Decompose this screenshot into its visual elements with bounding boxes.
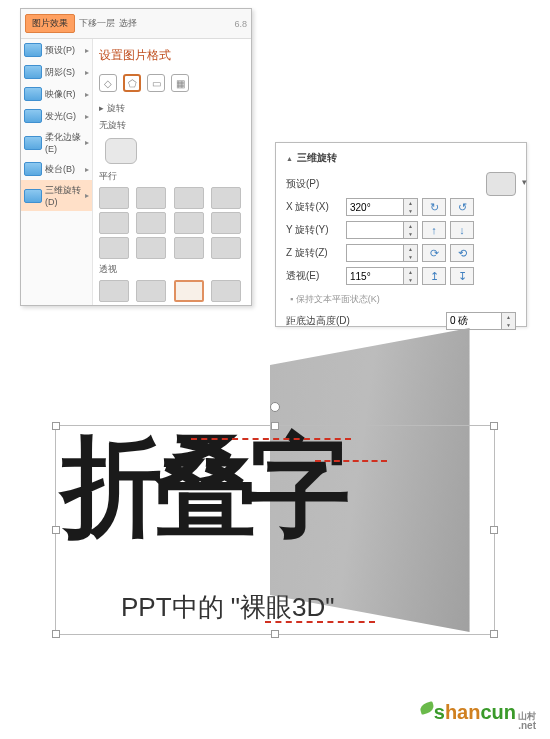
- z-rotate-cw-button[interactable]: ⟳: [422, 244, 446, 262]
- resize-handle[interactable]: [490, 422, 498, 430]
- guide-line: [265, 621, 375, 623]
- z-rotation-label: Z 旋转(Z): [286, 246, 346, 260]
- picture-icon[interactable]: ▦: [171, 74, 189, 92]
- sidebar-item-bevel[interactable]: 棱台(B)▸: [21, 158, 92, 180]
- select-button[interactable]: 选择: [119, 17, 137, 30]
- next-layer-button[interactable]: 下移一层: [79, 17, 115, 30]
- picture-effects-button[interactable]: 图片效果: [25, 14, 75, 33]
- x-spinner[interactable]: ▲▼: [404, 198, 418, 216]
- no-rotation-preset[interactable]: [105, 138, 137, 164]
- preset-thumb[interactable]: [99, 237, 129, 259]
- soft-edges-icon: [24, 136, 42, 150]
- preset-thumb[interactable]: [174, 237, 204, 259]
- perspective-label: 透视: [99, 261, 245, 278]
- main-title-text[interactable]: 折叠字: [61, 431, 343, 541]
- parallel-label: 平行: [99, 168, 245, 185]
- dist-spinner[interactable]: ▲▼: [502, 312, 516, 330]
- guide-line: [315, 460, 387, 462]
- perspective-input[interactable]: [346, 267, 404, 285]
- rotation-icon: [24, 189, 42, 203]
- preset-thumb[interactable]: [136, 280, 166, 302]
- z-spinner[interactable]: ▲▼: [404, 244, 418, 262]
- persp-spinner[interactable]: ▲▼: [404, 267, 418, 285]
- effects-icon[interactable]: ⬠: [123, 74, 141, 92]
- persp-narrow-button[interactable]: ↥: [422, 267, 446, 285]
- rotation-settings-panel: 三维旋转 预设(P) X 旋转(X) ▲▼ ↻ ↺ Y 旋转(Y) ▲▼ ↑ ↓…: [275, 142, 527, 327]
- x-rotation-label: X 旋转(X): [286, 200, 346, 214]
- preset-thumb-selected[interactable]: [174, 280, 204, 302]
- resize-handle[interactable]: [490, 526, 498, 534]
- preset-thumb[interactable]: [99, 212, 129, 234]
- format-picture-panel: 图片效果 下移一层 选择 6.8 预设(P)▸ 阴影(S)▸ 映像(R)▸ 发光…: [20, 8, 252, 306]
- resize-handle[interactable]: [52, 526, 60, 534]
- parallel-presets: [99, 185, 245, 261]
- resize-handle[interactable]: [490, 630, 498, 638]
- format-title: 设置图片格式: [99, 43, 245, 70]
- sidebar-item-preset[interactable]: 预设(P)▸: [21, 39, 92, 61]
- leaf-icon: [419, 701, 435, 715]
- preset-thumb[interactable]: [211, 212, 241, 234]
- preset-thumb[interactable]: [211, 237, 241, 259]
- ribbon-strip: 图片效果 下移一层 选择 6.8: [21, 9, 251, 39]
- preset-thumb[interactable]: [136, 212, 166, 234]
- resize-handle[interactable]: [52, 630, 60, 638]
- keep-text-flat-checkbox[interactable]: 保持文本平面状态(K): [286, 289, 516, 308]
- guide-line: [191, 438, 351, 440]
- preset-thumb[interactable]: [211, 187, 241, 209]
- layout-icon[interactable]: ▭: [147, 74, 165, 92]
- x-rotate-left-button[interactable]: ↻: [422, 198, 446, 216]
- preset-thumb[interactable]: [99, 187, 129, 209]
- x-rotate-right-button[interactable]: ↺: [450, 198, 474, 216]
- preset-thumb[interactable]: [174, 187, 204, 209]
- distance-label: 距底边高度(D): [286, 314, 376, 328]
- preset-dropdown[interactable]: [486, 172, 516, 196]
- resize-handle[interactable]: [271, 630, 279, 638]
- preset-thumb[interactable]: [174, 212, 204, 234]
- effects-sidebar: 预设(P)▸ 阴影(S)▸ 映像(R)▸ 发光(G)▸ 柔化边缘(E)▸ 棱台(…: [21, 39, 93, 305]
- perspective-presets: [99, 278, 245, 304]
- preset-thumb[interactable]: [136, 187, 166, 209]
- sidebar-item-3d-rotation[interactable]: 三维旋转(D)▸: [21, 180, 92, 211]
- preset-label: 预设(P): [286, 177, 346, 191]
- y-rotate-up-button[interactable]: ↑: [422, 221, 446, 239]
- z-rotation-input[interactable]: [346, 244, 404, 262]
- no-rotation-label: 无旋转: [99, 117, 245, 134]
- reflection-icon: [24, 87, 42, 101]
- preset-thumb[interactable]: [136, 237, 166, 259]
- canvas-preview: 折叠字 PPT中的 "裸眼3D": [55, 345, 500, 670]
- rotate-section[interactable]: ▸旋转: [99, 100, 245, 117]
- rotate-handle[interactable]: [270, 402, 280, 412]
- persp-widen-button[interactable]: ↧: [450, 267, 474, 285]
- perspective-field-label: 透视(E): [286, 269, 346, 283]
- glow-icon: [24, 109, 42, 123]
- format-content: 设置图片格式 ◇ ⬠ ▭ ▦ ▸旋转 无旋转 平行 透视: [93, 39, 251, 305]
- size-value: 6.8: [234, 19, 247, 29]
- resize-handle[interactable]: [52, 422, 60, 430]
- y-rotation-input[interactable]: [346, 221, 404, 239]
- rotation-title[interactable]: 三维旋转: [286, 151, 516, 171]
- sidebar-item-soft-edges[interactable]: 柔化边缘(E)▸: [21, 127, 92, 158]
- distance-input[interactable]: [446, 312, 502, 330]
- z-rotate-ccw-button[interactable]: ⟲: [450, 244, 474, 262]
- sidebar-item-shadow[interactable]: 阴影(S)▸: [21, 61, 92, 83]
- y-rotate-down-button[interactable]: ↓: [450, 221, 474, 239]
- y-spinner[interactable]: ▲▼: [404, 221, 418, 239]
- watermark: shancun山村 .net: [420, 701, 536, 731]
- shadow-icon: [24, 65, 42, 79]
- preset-thumb[interactable]: [211, 280, 241, 302]
- x-rotation-input[interactable]: [346, 198, 404, 216]
- preset-icon: [24, 43, 42, 57]
- bevel-icon: [24, 162, 42, 176]
- preset-thumb[interactable]: [99, 280, 129, 302]
- sidebar-item-reflection[interactable]: 映像(R)▸: [21, 83, 92, 105]
- fill-icon[interactable]: ◇: [99, 74, 117, 92]
- y-rotation-label: Y 旋转(Y): [286, 223, 346, 237]
- sidebar-item-glow[interactable]: 发光(G)▸: [21, 105, 92, 127]
- format-category-icons: ◇ ⬠ ▭ ▦: [99, 70, 245, 100]
- subtitle-text[interactable]: PPT中的 "裸眼3D": [121, 590, 334, 625]
